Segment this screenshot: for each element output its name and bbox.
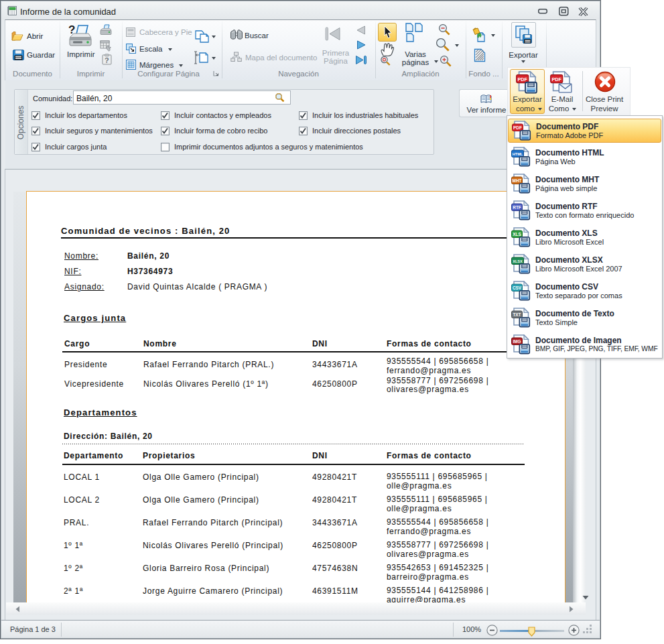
svg-text:?: ? [68,24,75,36]
svg-text:MHT: MHT [513,178,522,183]
svg-text:XLSX: XLSX [513,259,523,263]
svg-text:CSV: CSV [513,285,522,290]
svg-text:?: ? [105,56,109,64]
svg-text:RTF: RTF [513,205,521,210]
svg-text:PDF: PDF [551,76,561,82]
svg-text:TXT: TXT [513,312,521,317]
svg-text:IMG: IMG [513,339,521,344]
svg-text:PDF: PDF [517,76,527,82]
svg-text:PDF: PDF [513,125,522,130]
svg-text:HTML: HTML [513,152,523,156]
svg-text:XLS: XLS [513,232,521,237]
